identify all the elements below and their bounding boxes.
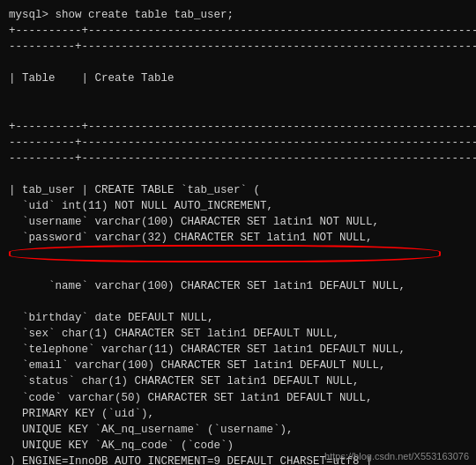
terminal-window: mysql> show create table tab_user; +----… [0, 0, 476, 465]
command-line: mysql> show create table tab_user; [9, 7, 467, 23]
data-line-10: `code` varchar(50) CHARACTER SET latin1 … [9, 390, 467, 406]
data-line-name: `name` varchar(100) CHARACTER SET latin1… [9, 246, 467, 310]
header-line: | Table | Create Table [9, 70, 467, 86]
content-area: mysql> show create table tab_user; +----… [9, 7, 467, 465]
separator-1: +----------+----------------------------… [9, 23, 467, 39]
blank-1 [9, 55, 467, 70]
data-line-12: UNIQUE KEY `AK_nq_username` (`username`)… [9, 422, 467, 438]
data-line-8: `email` varchar(100) CHARACTER SET latin… [9, 358, 467, 373]
name-highlight-oval [9, 245, 441, 262]
data-line-6: `sex` char(1) CHARACTER SET latin1 DEFAU… [9, 326, 467, 342]
data-line-11: PRIMARY KEY (`uid`), [9, 406, 467, 422]
blank-2 [9, 87, 467, 103]
blank-4 [9, 166, 467, 182]
separator-2c: ----------+-----------------------------… [9, 151, 467, 166]
blank-3 [9, 103, 467, 119]
data-line-0: | tab_user | CREATE TABLE `tab_user` ( [9, 182, 467, 198]
data-line-7: `telephone` varchar(11) CHARACTER SET la… [9, 342, 467, 358]
separator-2: +----------+----------------------------… [9, 119, 467, 135]
separator-2b: ----------+-----------------------------… [9, 135, 467, 151]
data-line-9: `status` char(1) CHARACTER SET latin1 DE… [9, 373, 467, 389]
data-line-1: `uid` int(11) NOT NULL AUTO_INCREMENT, [9, 198, 467, 214]
separator-1b: ----------+-----------------------------… [9, 39, 467, 55]
data-line-3: `password` varchar(32) CHARACTER SET lat… [9, 230, 467, 246]
data-line-2: `username` varchar(100) CHARACTER SET la… [9, 214, 467, 230]
watermark: https://blog.csdn.net/X553163076 [324, 451, 469, 461]
data-line-5: `birthday` date DEFAULT NULL, [9, 310, 467, 326]
